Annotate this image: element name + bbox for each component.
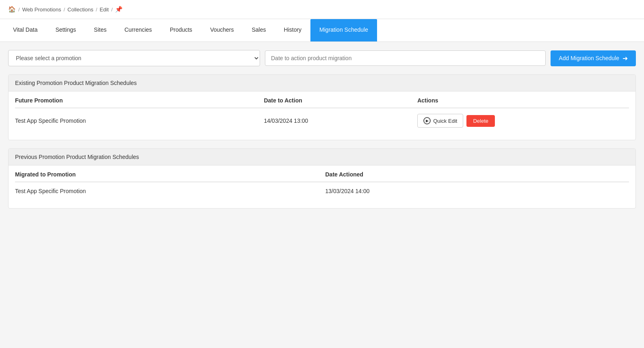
col-header-date-to-action: Date to Action (260, 91, 414, 108)
arrow-icon: ➜ (622, 54, 628, 62)
add-migration-label: Add Migration Schedule (559, 55, 619, 61)
tab-products[interactable]: Products (161, 19, 201, 41)
tab-migration-schedule[interactable]: Migration Schedule (310, 19, 377, 41)
existing-schedules-table: Future Promotion Date to Action Actions … (15, 91, 629, 133)
tab-sales[interactable]: Sales (243, 19, 275, 41)
play-icon: ▶ (423, 117, 431, 124)
breadcrumb-sep-1: / (18, 7, 20, 13)
breadcrumb-sep-3: / (96, 7, 98, 13)
breadcrumb-sep-4: / (111, 7, 113, 13)
breadcrumb-web-promotions[interactable]: Web Promotions (22, 7, 61, 13)
date-input[interactable] (265, 50, 546, 66)
main-content: Please select a promotion Add Migration … (0, 42, 644, 225)
migrated-to-cell: Test App Specific Promotion (15, 182, 322, 200)
previous-section-body: Migrated to Promotion Date Actioned Test… (9, 165, 635, 208)
previous-section-header: Previous Promotion Product Migration Sch… (9, 149, 635, 165)
quick-edit-label: Quick Edit (433, 118, 457, 124)
col-header-actions: Actions (414, 91, 629, 108)
existing-section-body: Future Promotion Date to Action Actions … (9, 91, 635, 140)
add-migration-button[interactable]: Add Migration Schedule ➜ (551, 50, 636, 66)
future-promotion-cell: Test App Specific Promotion (15, 108, 260, 134)
previous-schedules-section: Previous Promotion Product Migration Sch… (8, 148, 636, 209)
tab-currencies[interactable]: Currencies (115, 19, 161, 41)
quick-edit-button[interactable]: ▶ Quick Edit (417, 114, 463, 128)
breadcrumb: 🏠 / Web Promotions / Collections / Edit … (0, 0, 644, 19)
existing-section-header: Existing Promotion Product Migration Sch… (9, 75, 635, 91)
tab-vouchers[interactable]: Vouchers (201, 19, 243, 41)
table-row: Test App Specific Promotion 13/03/2024 1… (15, 182, 629, 200)
add-migration-form: Please select a promotion Add Migration … (8, 50, 636, 66)
col-header-date-actioned: Date Actioned (322, 165, 629, 182)
tabs-bar: Vital Data Settings Sites Currencies Pro… (0, 19, 644, 42)
table-row: Test App Specific Promotion 14/03/2024 1… (15, 108, 629, 134)
delete-button[interactable]: Delete (466, 115, 495, 127)
promotion-select[interactable]: Please select a promotion (8, 50, 260, 66)
tab-sites[interactable]: Sites (85, 19, 115, 41)
pin-icon[interactable]: 📌 (115, 6, 123, 13)
tab-history[interactable]: History (275, 19, 311, 41)
col-header-migrated-to: Migrated to Promotion (15, 165, 322, 182)
col-header-future-promotion: Future Promotion (15, 91, 260, 108)
breadcrumb-sep-2: / (63, 7, 65, 13)
home-icon[interactable]: 🏠 (8, 6, 16, 13)
tab-vital-data[interactable]: Vital Data (4, 19, 46, 41)
actions-cell: ▶ Quick Edit Delete (414, 108, 629, 134)
date-actioned-cell: 13/03/2024 14:00 (322, 182, 629, 200)
breadcrumb-edit[interactable]: Edit (100, 7, 108, 13)
existing-schedules-section: Existing Promotion Product Migration Sch… (8, 74, 636, 140)
date-to-action-cell: 14/03/2024 13:00 (260, 108, 414, 134)
tab-settings[interactable]: Settings (46, 19, 85, 41)
breadcrumb-collections[interactable]: Collections (67, 7, 93, 13)
previous-schedules-table: Migrated to Promotion Date Actioned Test… (15, 165, 629, 200)
